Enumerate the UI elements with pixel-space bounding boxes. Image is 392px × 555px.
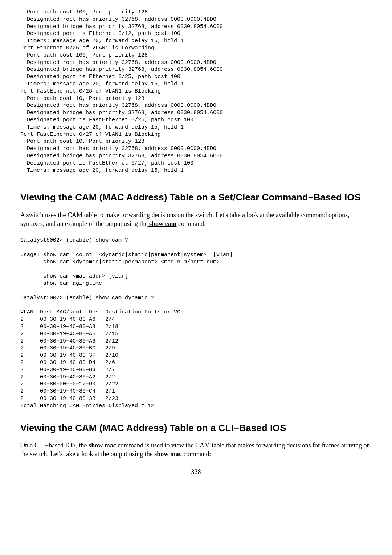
heading-cam-setclear: Viewing the CAM (MAC Address) Table on a… [20, 191, 372, 203]
show-mac-command-2: show mac [153, 450, 182, 458]
para-2-text-c: command: [182, 450, 211, 458]
para-1-text-b: command: [176, 220, 205, 227]
para-2-text-a: On a CLI−based IOS, the [20, 442, 87, 449]
paragraph-cli-intro: On a CLI−based IOS, the show mac command… [20, 441, 372, 459]
show-cam-output: Catalyst5002> (enable) show cam ? Usage:… [20, 237, 372, 409]
page-number: 328 [20, 467, 372, 476]
spanning-tree-output: Port path cost 100, Port priority 128 De… [20, 9, 372, 174]
show-cam-command: show cam [147, 220, 176, 227]
show-mac-command-1: show mac [87, 442, 116, 449]
paragraph-setclear-intro: A switch uses the CAM table to make forw… [20, 211, 372, 228]
heading-cam-cli: Viewing the CAM (MAC Address) Table on a… [20, 422, 372, 434]
